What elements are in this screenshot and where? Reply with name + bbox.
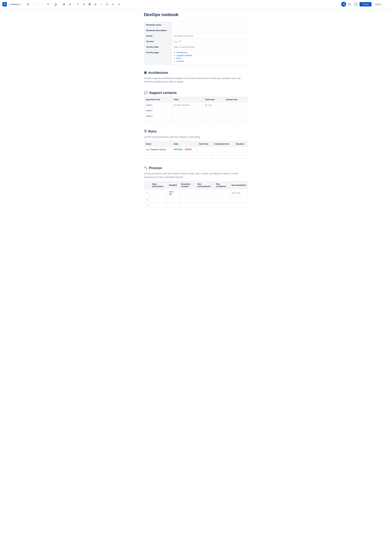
support-contacts-heading-text[interactable]: Support contacts xyxy=(149,91,177,95)
run-start-3[interactable] xyxy=(197,155,212,159)
svg-point-5 xyxy=(63,5,63,5)
page-title[interactable]: DevOps runbook xyxy=(144,12,248,17)
run-start-1[interactable] xyxy=(197,147,212,152)
runbook-desc-value[interactable] xyxy=(172,28,248,33)
app-logo xyxy=(2,2,7,6)
italic-button[interactable]: I xyxy=(31,2,36,7)
process-env-col-header: Run environments xyxy=(196,181,214,189)
process-row-num-1: 1 xyxy=(144,189,150,197)
process-doc-2[interactable] xyxy=(230,197,248,202)
image-button[interactable]: 🖼 xyxy=(87,2,92,7)
publish-button[interactable]: Publish xyxy=(360,2,372,6)
team-1[interactable]: @ Team members xyxy=(172,102,203,108)
owner-value[interactable]: @ mention the owner xyxy=(172,33,248,39)
team-empty[interactable] xyxy=(172,119,203,122)
contact-3[interactable] xyxy=(224,113,248,119)
run-name-1[interactable]: e.g., Database backup xyxy=(144,147,172,152)
process-emoji: 🔧 xyxy=(144,166,148,170)
svg-point-3 xyxy=(63,4,63,4)
table-row: Level 2 xyxy=(144,108,248,113)
team-3[interactable] xyxy=(172,113,203,119)
run-state-1[interactable]: SUCCESS / ERROR xyxy=(172,147,197,152)
process-env-1[interactable] xyxy=(196,189,214,197)
lead-2[interactable] xyxy=(203,108,224,113)
run-start-2[interactable] xyxy=(197,152,212,155)
mention-button[interactable]: @ xyxy=(93,2,98,7)
avatar[interactable]: CK xyxy=(341,2,346,7)
process-step-2[interactable] xyxy=(150,197,167,202)
version-label: Version xyxy=(144,39,172,44)
more-formatting-button[interactable]: ··· xyxy=(37,2,42,7)
process-enabled-2[interactable] xyxy=(167,197,179,202)
expertise-level-3[interactable]: Level 3 xyxy=(144,113,172,119)
run-completed-2[interactable] xyxy=(212,152,234,155)
process-exec-2[interactable] xyxy=(179,197,196,202)
run-completed-1[interactable] xyxy=(212,147,234,152)
lead-1[interactable]: @ Lead xyxy=(203,102,224,108)
alignment-button[interactable]: ≡▾ xyxy=(45,2,50,7)
lead-empty[interactable] xyxy=(203,119,224,122)
run-completed-3[interactable] xyxy=(212,155,234,159)
contact-empty[interactable] xyxy=(224,119,248,122)
toc-support-link[interactable]: Support contacts xyxy=(176,54,192,57)
run-duration-2[interactable] xyxy=(234,152,248,155)
process-enabled-3[interactable] xyxy=(167,202,179,208)
text-color-button[interactable]: A▾ xyxy=(53,2,58,7)
toc-process-link[interactable]: Process xyxy=(176,60,184,62)
toc-architecture-link[interactable]: Architecture xyxy=(176,51,187,54)
insert-more-button[interactable]: +▾ xyxy=(116,2,121,7)
process-cond-3[interactable] xyxy=(214,202,230,208)
process-cond-2[interactable] xyxy=(214,197,230,202)
process-step-1[interactable] xyxy=(150,189,167,197)
process-heading-text[interactable]: Process xyxy=(149,166,162,170)
process-enabled-1[interactable]: YES / NO xyxy=(167,189,179,197)
runbook-name-label: Runbook name xyxy=(144,22,172,28)
runs-heading-text[interactable]: Runs xyxy=(148,130,157,133)
run-name-2[interactable] xyxy=(144,152,172,155)
run-duration-3[interactable] xyxy=(234,155,248,159)
layout-button[interactable]: ⊟ xyxy=(110,2,115,7)
collaborate-button[interactable] xyxy=(353,2,358,7)
table-row: Level 1 @ Team members @ Lead xyxy=(144,102,248,108)
team-2[interactable] xyxy=(172,108,203,113)
table-row: 3 xyxy=(144,202,248,208)
run-duration-1[interactable] xyxy=(234,147,248,152)
process-env-3[interactable] xyxy=(196,202,214,208)
bullet-list-button[interactable] xyxy=(62,2,67,7)
version-date-value[interactable]: Type // to add the date xyxy=(172,44,248,50)
table-button[interactable]: ⊞ xyxy=(105,2,109,7)
emoji-button[interactable]: ☺ xyxy=(99,2,104,7)
version-value[interactable]: e.g., 2.3 xyxy=(172,39,248,44)
process-doc-3[interactable] xyxy=(230,202,248,208)
process-cond-1[interactable] xyxy=(214,189,230,197)
run-state-2[interactable] xyxy=(172,152,197,155)
process-doc-1[interactable]: Add a link xyxy=(230,189,248,197)
add-collaborator-button[interactable] xyxy=(347,2,352,7)
task-list-button[interactable]: ☑ xyxy=(76,2,80,7)
runs-state-col-header: State xyxy=(172,141,197,147)
bold-button[interactable]: B xyxy=(26,2,30,7)
runbook-name-value[interactable] xyxy=(172,22,248,28)
toc-runs-link[interactable]: Runs xyxy=(176,57,181,60)
overflow-menu-button[interactable]: ··· xyxy=(385,2,390,7)
process-exec-1[interactable] xyxy=(179,189,196,197)
run-state-3[interactable] xyxy=(172,155,197,159)
contact-1[interactable] xyxy=(224,102,248,108)
ordered-list-button[interactable]: 1. 2. 3. xyxy=(67,2,72,7)
heading-style-dropdown[interactable]: Heading 2 ▾ xyxy=(9,2,22,6)
process-step-3[interactable] xyxy=(150,202,167,208)
link-button[interactable]: 🔗 xyxy=(81,2,86,7)
contact-2[interactable] xyxy=(224,108,248,113)
expertise-empty[interactable] xyxy=(144,119,172,122)
close-button[interactable]: Close xyxy=(373,2,383,7)
architecture-heading-text[interactable]: Architecture xyxy=(148,71,168,75)
expertise-level-2[interactable]: Level 2 xyxy=(144,108,172,113)
runs-start-col-header: Start time xyxy=(197,141,212,147)
process-exec-3[interactable] xyxy=(179,202,196,208)
run-name-3[interactable] xyxy=(144,155,172,159)
process-table: Step instructions Enabled Execution loca… xyxy=(144,181,248,208)
expertise-level-1[interactable]: Level 1 xyxy=(144,102,172,108)
lead-3[interactable] xyxy=(203,113,224,119)
expertise-col-header: Expertise level xyxy=(144,97,172,102)
process-env-2[interactable] xyxy=(196,197,214,202)
